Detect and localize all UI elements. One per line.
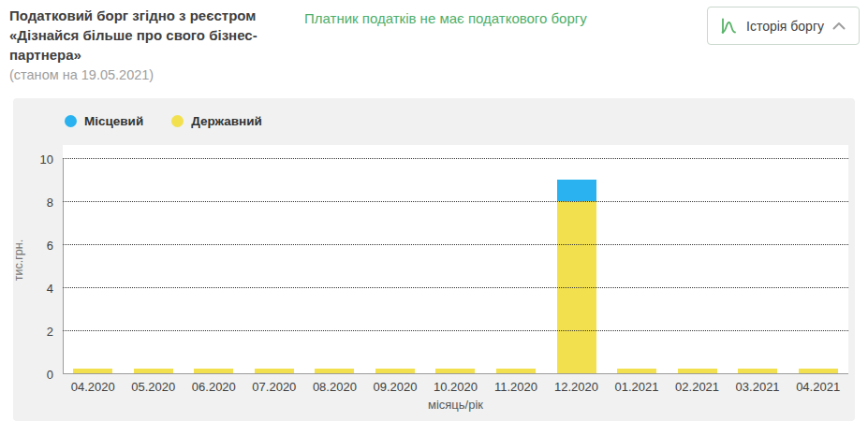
bar-segment-Державний	[678, 369, 717, 373]
y-tick-label: 10	[10, 152, 53, 167]
bars-container	[63, 145, 848, 373]
bar-segment-Державний	[738, 369, 777, 373]
bar-cell-04.2020	[63, 369, 124, 373]
chart-panel: МісцевийДержавний тис.грн. 0246810 04.20…	[13, 98, 855, 421]
x-tick-label: 04.2021	[787, 380, 848, 394]
chevron-up-icon	[832, 22, 846, 30]
bar-05.2020[interactable]	[134, 369, 173, 373]
history-chart-icon	[719, 17, 738, 36]
title-block: Податковий борг згідно з реєстром «Дізна…	[9, 6, 302, 85]
x-tick-label: 03.2021	[728, 380, 788, 394]
bar-cell-03.2021	[728, 369, 788, 373]
x-tick-label: 01.2021	[607, 380, 668, 394]
bar-01.2021[interactable]	[617, 369, 656, 373]
bar-cell-05.2020	[124, 369, 184, 373]
bar-segment-Державний	[134, 369, 173, 373]
bar-cell-06.2020	[184, 369, 244, 373]
legend-dot-icon	[65, 115, 77, 127]
x-tick-label: 02.2021	[667, 380, 728, 394]
bar-04.2020[interactable]	[73, 369, 112, 373]
gridline-y-10	[63, 158, 848, 159]
bar-segment-Державний	[194, 369, 233, 373]
bar-cell-09.2020	[365, 369, 426, 373]
bar-cell-11.2020	[486, 369, 547, 373]
x-tick-label: 07.2020	[244, 380, 305, 394]
y-tick-label: 4	[10, 282, 53, 296]
legend-label: Державний	[191, 114, 262, 128]
gridline-y-6	[63, 244, 848, 245]
page-title: Податковий борг згідно з реєстром «Дізна…	[9, 6, 302, 65]
y-tick-label: 6	[10, 239, 53, 253]
x-tick-label: 12.2020	[546, 380, 607, 394]
bar-10.2020[interactable]	[435, 369, 475, 373]
bar-segment-Державний	[315, 369, 354, 373]
x-tick-label: 08.2020	[304, 380, 365, 394]
bar-segment-Державний	[617, 369, 656, 373]
x-tick-label: 09.2020	[365, 380, 426, 394]
x-axis-title: місяць/рік	[63, 398, 848, 412]
x-tick-label: 06.2020	[184, 380, 244, 394]
y-tick-label: 2	[10, 325, 53, 339]
legend-item-Державний: Державний	[171, 114, 262, 128]
bar-11.2020[interactable]	[496, 369, 536, 373]
x-tick-label: 10.2020	[425, 380, 486, 394]
x-axis: 04.202005.202006.202007.202008.202009.20…	[63, 380, 848, 412]
as-of-date: (станом на 19.05.2021)	[9, 65, 302, 85]
bar-cell-07.2020	[244, 369, 305, 373]
x-tick-label: 05.2020	[124, 380, 184, 394]
bar-cell-08.2020	[304, 369, 365, 373]
bar-segment-Державний	[375, 369, 415, 373]
chart-legend: МісцевийДержавний	[65, 114, 262, 128]
chart-plot-area: тис.грн. 0246810	[63, 145, 848, 374]
y-tick-label: 0	[10, 368, 53, 382]
bar-segment-Державний	[435, 369, 475, 373]
bar-03.2021[interactable]	[738, 369, 777, 373]
tax-debt-widget: Податковий борг згідно з реєстром «Дізна…	[0, 0, 868, 421]
gridline-y-2	[63, 330, 848, 331]
x-axis-line	[63, 373, 848, 374]
bar-12.2020[interactable]	[557, 180, 596, 373]
legend-dot-icon	[171, 115, 184, 127]
bar-cell-10.2020	[425, 369, 486, 373]
history-toggle-button[interactable]: Історія боргу	[707, 7, 860, 45]
x-tick-label: 04.2020	[63, 380, 124, 394]
bar-08.2020[interactable]	[315, 369, 354, 373]
gridline-y-8	[63, 201, 848, 202]
bar-cell-02.2021	[667, 369, 728, 373]
bar-04.2021[interactable]	[799, 369, 838, 373]
gridline-y-4	[63, 287, 848, 288]
bar-06.2020[interactable]	[194, 369, 233, 373]
x-tick-label: 11.2020	[486, 380, 547, 394]
y-tick-label: 8	[10, 196, 53, 210]
widget-header: Податковий борг згідно з реєстром «Дізна…	[0, 0, 868, 98]
bar-segment-Державний	[73, 369, 112, 373]
bar-02.2021[interactable]	[678, 369, 717, 373]
bar-cell-12.2020	[546, 180, 607, 373]
x-tick-labels: 04.202005.202006.202007.202008.202009.20…	[63, 380, 848, 394]
bar-cell-01.2021	[607, 369, 668, 373]
bar-segment-Державний	[496, 369, 536, 373]
bar-segment-Державний	[799, 369, 838, 373]
legend-label: Місцевий	[84, 114, 143, 128]
bar-segment-Місцевий	[557, 180, 596, 201]
bar-07.2020[interactable]	[255, 369, 294, 373]
bar-cell-04.2021	[787, 369, 848, 373]
status-message: Платник податків не має податкового борг…	[304, 10, 587, 26]
history-button-label: Історія боргу	[746, 19, 824, 34]
bar-09.2020[interactable]	[375, 369, 415, 373]
legend-item-Місцевий: Місцевий	[65, 114, 143, 128]
bar-segment-Державний	[255, 369, 294, 373]
